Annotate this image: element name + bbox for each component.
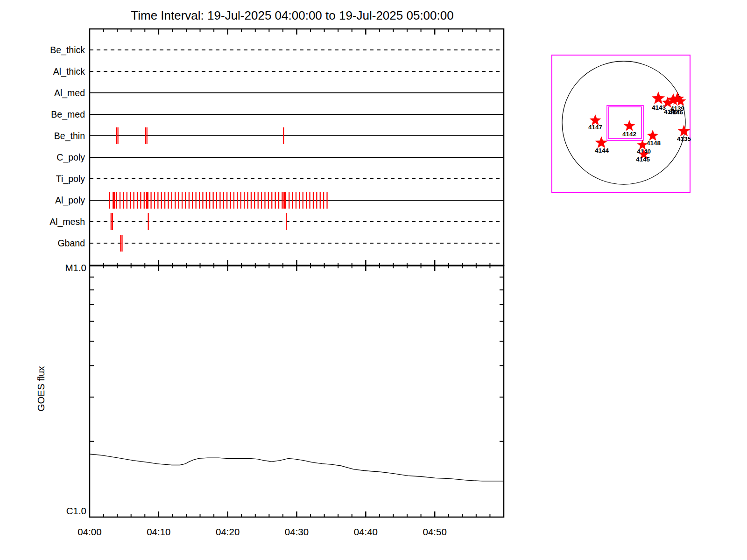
filter-row-label: C_poly xyxy=(56,152,85,163)
active-region-star xyxy=(595,136,608,148)
filter-panel-frame xyxy=(90,29,504,266)
time-axis-label: 04:20 xyxy=(216,526,240,537)
goes-flux-panel xyxy=(90,454,504,481)
active-region-star xyxy=(647,130,659,141)
observation-event-ticks xyxy=(110,127,327,252)
filter-row-label: Be_med xyxy=(51,109,85,120)
filter-row-label: Al_med xyxy=(54,88,85,98)
active-region-label: 4148 xyxy=(647,140,661,147)
xrt-observation-plot: Time Interval: 19-Jul-2025 04:00:00 to 1… xyxy=(0,0,747,560)
active-region-label: 4144 xyxy=(595,147,609,154)
filter-row-label: Be_thick xyxy=(50,45,85,56)
time-axis-label: 04:00 xyxy=(78,526,101,537)
active-region-label: 4142 xyxy=(622,131,636,138)
goes-y-axis-title: GOES flux xyxy=(35,366,46,412)
time-axis-label: 04:40 xyxy=(354,526,378,537)
xrt-observation-screenshot: Time Interval: 19-Jul-2025 04:00:00 to 1… xyxy=(0,0,747,560)
time-axis-label: 04:10 xyxy=(147,526,170,537)
filter-row-label: Be_thin xyxy=(54,131,85,141)
solar-limb-circle xyxy=(562,61,685,184)
solar-disk-map: 4135413941404142414341444145414641474148… xyxy=(552,55,691,193)
time-axis-label: 04:50 xyxy=(423,526,447,537)
filter-timeline-rows xyxy=(90,50,504,243)
filter-row-label: Al_poly xyxy=(55,195,85,206)
goes-y-top-label: M1.0 xyxy=(65,262,86,273)
active-region-label: 4147 xyxy=(588,124,602,131)
active-region-label: 4135 xyxy=(677,135,691,142)
active-region-label: 4145 xyxy=(636,156,650,163)
time-axis-labels: 04:0004:1004:2004:3004:4004:50 xyxy=(78,526,446,537)
active-region-label: 4149 xyxy=(664,108,678,115)
active-region-star xyxy=(652,91,665,104)
filter-row-label: Ti_poly xyxy=(56,174,85,184)
filter-row-labels: Be_thickAl_thickAl_medBe_medBe_thinC_pol… xyxy=(49,45,85,248)
active-region-star xyxy=(624,120,635,131)
map-outer-frame xyxy=(552,55,690,193)
filter-row-label: Al_thick xyxy=(53,66,85,77)
page-title: Time Interval: 19-Jul-2025 04:00:00 to 1… xyxy=(131,8,453,22)
goes-y-bottom-label: C1.0 xyxy=(66,505,86,516)
axis-tick-marks xyxy=(90,29,504,517)
time-axis-label: 04:30 xyxy=(285,526,309,537)
filter-row-label: Al_mesh xyxy=(49,217,85,227)
goes-panel-frame xyxy=(90,266,504,517)
goes-flux-curve xyxy=(90,454,504,481)
filter-row-label: Gband xyxy=(57,238,85,248)
